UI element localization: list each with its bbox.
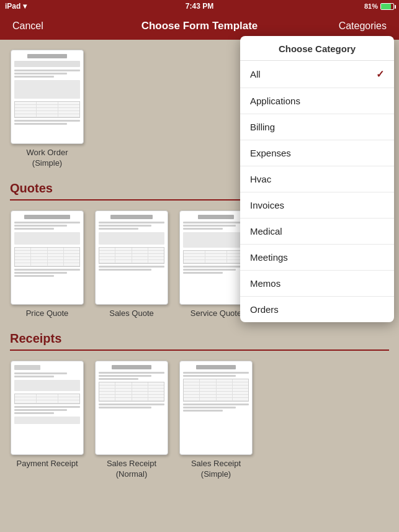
category-label: All [250,69,261,79]
category-item-expenses[interactable]: Expenses [240,140,394,166]
dropdown-overlay[interactable]: Choose Category All ✓ Applications Billi… [0,0,399,532]
category-dropdown: Choose Category All ✓ Applications Billi… [240,36,394,322]
category-item-billing[interactable]: Billing [240,114,394,140]
category-item-memos[interactable]: Memos [240,271,394,297]
checkmark-icon: ✓ [376,68,384,80]
category-item-all[interactable]: All ✓ [240,61,394,88]
category-label: Meetings [250,252,288,263]
category-item-hvac[interactable]: Hvac [240,166,394,192]
category-item-applications[interactable]: Applications [240,88,394,114]
category-label: Orders [250,304,279,315]
category-item-meetings[interactable]: Meetings [240,245,394,271]
category-label: Expenses [250,148,291,158]
dropdown-header: Choose Category [240,36,394,61]
category-label: Invoices [250,200,284,210]
category-label: Applications [250,96,300,106]
category-label: Medical [250,226,282,237]
category-label: Memos [250,278,280,289]
category-label: Billing [250,122,275,132]
category-item-invoices[interactable]: Invoices [240,192,394,219]
category-label: Hvac [250,174,271,184]
category-item-orders[interactable]: Orders [240,297,394,322]
category-item-medical[interactable]: Medical [240,219,394,245]
